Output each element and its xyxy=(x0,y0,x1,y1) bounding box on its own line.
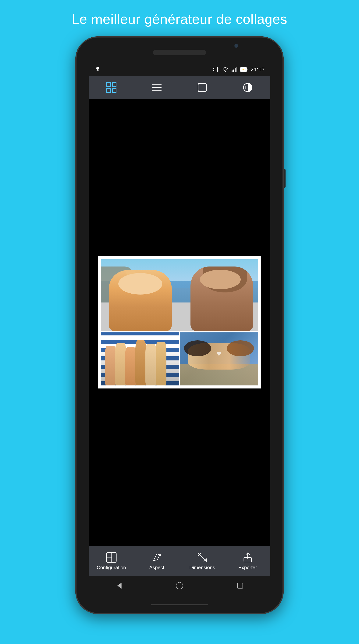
status-time: 21:17 xyxy=(250,66,265,73)
collage-row-bottom: ♥ xyxy=(101,332,258,386)
collage-photo-bottom-right: ♥ xyxy=(180,332,258,386)
svg-rect-29 xyxy=(106,552,116,562)
android-nav xyxy=(88,576,270,595)
svg-point-8 xyxy=(225,71,226,72)
svg-point-38 xyxy=(176,582,183,589)
recents-icon xyxy=(236,582,244,590)
svg-rect-10 xyxy=(233,70,234,72)
signal-icon xyxy=(231,66,238,73)
filter-button[interactable] xyxy=(240,80,255,95)
export-nav-item[interactable]: Exporter xyxy=(230,552,265,570)
svg-rect-18 xyxy=(112,83,116,86)
volume-button xyxy=(284,169,286,188)
grid-icon xyxy=(106,82,117,93)
svg-rect-19 xyxy=(106,88,110,92)
svg-rect-17 xyxy=(106,83,110,86)
front-camera xyxy=(234,44,238,48)
svg-line-32 xyxy=(153,554,157,561)
svg-rect-20 xyxy=(112,88,116,92)
svg-text:⚡: ⚡ xyxy=(242,68,245,71)
dimensions-icon xyxy=(196,552,208,563)
home-icon xyxy=(175,582,184,590)
wifi-icon xyxy=(222,66,228,73)
frame-icon xyxy=(196,82,208,93)
status-bar: ⚡ 21:17 xyxy=(88,63,270,76)
list-layout-button[interactable] xyxy=(149,80,164,95)
exporter-label: Exporter xyxy=(238,565,257,570)
top-toolbar xyxy=(88,76,270,99)
svg-rect-12 xyxy=(236,67,237,72)
notification-icon xyxy=(94,66,101,73)
svg-marker-37 xyxy=(118,583,121,588)
dimensions-label: Dimensions xyxy=(189,565,215,570)
svg-rect-14 xyxy=(246,68,248,70)
svg-rect-9 xyxy=(232,70,232,72)
screen: ⚡ 21:17 xyxy=(88,63,270,595)
home-button[interactable] xyxy=(175,582,184,590)
collage-photo-top xyxy=(101,259,258,331)
configuration-label: Configuration xyxy=(97,565,126,570)
content-area: ♥ xyxy=(88,99,270,546)
status-left xyxy=(94,66,101,73)
page-title: Le meilleur générateur de collages xyxy=(64,0,295,36)
back-icon xyxy=(115,582,123,590)
grid-layout-button[interactable] xyxy=(104,80,119,95)
phone-bottom xyxy=(75,595,284,614)
battery-icon: ⚡ xyxy=(240,66,248,73)
svg-rect-11 xyxy=(234,68,236,72)
svg-rect-3 xyxy=(215,67,218,72)
svg-line-33 xyxy=(157,554,160,561)
collage-photo-bottom-left xyxy=(101,332,179,386)
collage-row-top xyxy=(101,259,258,331)
status-right: ⚡ 21:17 xyxy=(213,66,265,73)
filter-icon xyxy=(242,82,253,93)
list-icon xyxy=(151,82,162,93)
aspect-label: Aspect xyxy=(149,565,164,570)
collage-container: ♥ xyxy=(98,256,261,388)
aspect-icon xyxy=(151,552,162,563)
aspect-nav-item[interactable]: Aspect xyxy=(140,552,174,570)
phone-shell: ⚡ 21:17 xyxy=(75,36,284,614)
frame-button[interactable] xyxy=(195,80,210,95)
bottom-nav: Configuration Aspect xyxy=(88,546,270,576)
dimensions-nav-item[interactable]: Dimensions xyxy=(185,552,219,570)
configuration-nav-item[interactable]: Configuration xyxy=(94,552,128,570)
speaker-grille xyxy=(153,50,206,55)
bottom-bar xyxy=(151,604,208,605)
export-icon xyxy=(242,552,253,563)
vibrate-icon xyxy=(213,66,220,73)
svg-rect-24 xyxy=(198,83,206,92)
svg-rect-39 xyxy=(238,583,243,588)
back-button[interactable] xyxy=(115,582,123,590)
recents-button[interactable] xyxy=(236,582,244,590)
layout-icon xyxy=(106,552,117,563)
phone-top xyxy=(75,36,284,63)
